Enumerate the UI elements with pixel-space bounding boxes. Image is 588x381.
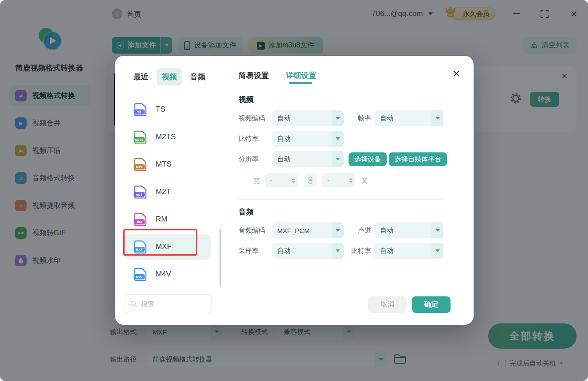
width-stepper[interactable]: - (265, 173, 298, 187)
format-item-m2ts[interactable]: M2TS M2TS (133, 128, 176, 146)
tab-audio[interactable]: 音频 (185, 68, 211, 86)
format-item-m2t[interactable]: M2T M2T (133, 183, 171, 201)
list-scrollbar[interactable] (220, 229, 221, 287)
panel-divider (222, 56, 222, 325)
chevron-down-icon (332, 151, 344, 167)
video-bitrate-select[interactable]: 自动 (272, 131, 344, 147)
format-name: MTS (156, 160, 172, 169)
svg-text:TS: TS (137, 110, 141, 114)
select-device-label: 选择设备 (354, 155, 381, 163)
audio-codec-label: 音频编码 (239, 226, 265, 235)
format-item-rm[interactable]: RM RM (133, 210, 167, 228)
format-item-mts[interactable]: MTS MTS (133, 156, 172, 173)
resolution-select[interactable]: 自动 (272, 151, 344, 167)
audio-bitrate-select[interactable]: 自动 (375, 243, 443, 259)
video-codec-select[interactable]: 自动 (272, 110, 344, 126)
link-icon (308, 176, 313, 184)
audio-codec-select[interactable]: MXF_PCM (272, 222, 344, 238)
tab-video[interactable]: 视频 (157, 68, 182, 86)
m4v-file-icon: M4V (133, 268, 149, 281)
audio-section-title: 音频 (239, 207, 254, 217)
audio-bitrate-value: 自动 (375, 247, 431, 255)
tab-simple-settings[interactable]: 简易设置 (239, 70, 269, 81)
fps-select[interactable]: 自动 (375, 110, 443, 126)
format-name: M2T (156, 187, 171, 196)
sample-rate-select[interactable]: 自动 (272, 243, 344, 259)
height-stepper[interactable]: - (322, 173, 355, 187)
svg-text:RM: RM (137, 220, 142, 224)
width-value: - (265, 177, 289, 184)
format-name: TS (156, 105, 165, 114)
format-item-m4v[interactable]: M4V M4V (133, 265, 171, 283)
ok-button[interactable]: 确定 (412, 296, 451, 313)
channel-value: 自动 (375, 226, 431, 235)
resolution-value: 自动 (272, 155, 332, 163)
height-label: 高 (361, 177, 368, 185)
stepper-arrows-icon[interactable] (346, 178, 355, 183)
section-divider (239, 199, 443, 200)
audio-codec-value: MXF_PCM (272, 227, 332, 234)
chevron-down-icon (431, 110, 443, 126)
search-input[interactable] (140, 299, 198, 308)
rm-file-icon: RM (133, 213, 149, 226)
video-section-title: 视频 (239, 94, 254, 105)
chevron-down-icon (431, 222, 443, 238)
video-codec-value: 自动 (272, 114, 332, 123)
m2ts-file-icon: M2TS (133, 130, 149, 144)
search-icon (130, 300, 137, 307)
video-codec-label: 视频编码 (239, 114, 265, 123)
chevron-down-icon (332, 222, 344, 238)
select-device-button[interactable]: 选择设备 (349, 152, 387, 166)
format-name: M2TS (156, 132, 176, 141)
m2t-file-icon: M2T (133, 185, 149, 199)
aspect-link-button[interactable] (304, 173, 317, 187)
sample-rate-label: 采样率 (239, 247, 259, 255)
select-platform-label: 选择自媒体平台 (395, 155, 441, 163)
stepper-arrows-icon[interactable] (289, 178, 298, 183)
ts-file-icon: TS (133, 103, 149, 117)
selection-highlight-red-box (123, 229, 197, 256)
format-tabs: 最近 视频 音频 (128, 68, 211, 86)
tab-recent[interactable]: 最近 (128, 68, 154, 86)
modal-close-button[interactable]: × (448, 66, 464, 82)
video-bitrate-value: 自动 (272, 135, 332, 143)
fps-label: 帧率 (344, 114, 371, 123)
format-name: M4V (156, 270, 171, 279)
channel-select[interactable]: 自动 (375, 222, 443, 238)
svg-text:M4V: M4V (136, 276, 143, 279)
svg-text:M2T: M2T (136, 193, 143, 196)
format-name: RM (156, 215, 167, 224)
mts-file-icon: MTS (133, 158, 149, 171)
width-label: 宽 (253, 177, 260, 185)
format-item-ts[interactable]: TS TS (133, 101, 165, 118)
app-window: ‹ 首页 706...@qq.com 永久会员 VIP × 简鹿视频格式转换器 … (0, 0, 588, 381)
select-platform-button[interactable]: 选择自媒体平台 (389, 152, 447, 166)
channel-label: 声道 (344, 226, 371, 235)
sample-rate-value: 自动 (272, 247, 332, 255)
cancel-label: 取消 (380, 300, 395, 309)
tab-detail-settings[interactable]: 详细设置 (286, 70, 316, 81)
chevron-down-icon (332, 110, 344, 126)
active-tab-underline (289, 82, 312, 84)
audio-bitrate-label: 比特率 (344, 247, 371, 255)
ok-label: 确定 (424, 300, 439, 309)
chevron-down-icon (332, 243, 344, 259)
chevron-down-icon (332, 131, 344, 147)
video-bitrate-label: 比特率 (239, 135, 259, 143)
svg-text:M2TS: M2TS (135, 138, 144, 141)
chevron-down-icon (431, 243, 443, 259)
resolution-label: 分辨率 (239, 155, 259, 163)
svg-text:MTS: MTS (136, 166, 143, 169)
height-value: - (322, 177, 346, 184)
format-settings-modal: 最近 视频 音频 TS TS M2TS M2TS (115, 56, 474, 325)
cancel-button[interactable]: 取消 (368, 296, 407, 313)
format-search (125, 294, 212, 313)
fps-value: 自动 (375, 114, 431, 123)
